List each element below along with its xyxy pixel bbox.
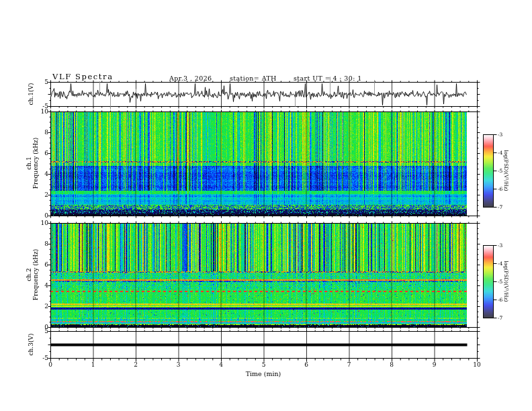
x-tick-label: 0 — [48, 361, 52, 368]
x-tick-label: 6 — [304, 361, 308, 368]
colorbar2-axis-label: log(PSD)(V²/Hz) — [502, 261, 509, 302]
x-tick-label: 3 — [177, 361, 181, 368]
x-tick-label: 8 — [390, 361, 394, 368]
ch1-frequency-axis-label: ch.1 Frequency (kHz) — [26, 138, 39, 189]
spec2-y-tick-label: 8 — [34, 240, 48, 247]
spec1-y-tick-label: 8 — [34, 129, 48, 136]
axes-frame-canvas — [0, 0, 532, 411]
ch3-voltage-axis-label: ch.3(V) — [28, 334, 34, 356]
spec2-y-tick-label: 2 — [34, 303, 48, 310]
colorbar2-tick-label: -5 — [498, 279, 502, 285]
spec1-y-tick-label: 2 — [34, 191, 48, 198]
ch3-wave-y-tick-label: 5 — [34, 328, 48, 334]
colorbar2-tick-label: -3 — [498, 242, 502, 249]
ch1-axis-line2: Frequency (kHz) — [32, 138, 39, 189]
colorbar1-tick-label: -5 — [498, 168, 502, 175]
x-tick-label: 2 — [134, 361, 138, 368]
colorbar2-tick-label: -6 — [498, 297, 502, 304]
date-label: Apr.3 , 2026 — [169, 75, 212, 82]
x-tick-label: 10 — [473, 361, 480, 368]
spec2-y-tick-label: 6 — [34, 261, 48, 268]
vlf-spectra-figure: VLF Spectra Apr.3 , 2026 station= ATH st… — [0, 0, 532, 411]
spec1-y-tick-label: 0 — [34, 212, 48, 219]
x-tick-label: 4 — [219, 361, 223, 368]
colorbar2-tick-label: -7 — [498, 315, 502, 322]
x-tick-label: 7 — [347, 361, 351, 368]
x-tick-label: 1 — [91, 361, 95, 368]
spec2-y-tick-label: 4 — [34, 282, 48, 289]
spec1-y-tick-label: 4 — [34, 171, 48, 177]
colorbar2-tick-label: -4 — [498, 261, 502, 267]
start-ut-label: start UT = 4 : 30: 1 — [294, 75, 362, 82]
colorbar1-axis-label: log(PSD)(V²/Hz) — [502, 150, 509, 191]
ch1-wave-y-tick-label: -5 — [34, 103, 48, 109]
colorbar1-tick-label: -6 — [498, 186, 502, 193]
ch2-axis-line2: Frequency (kHz) — [32, 249, 39, 301]
time-axis-label: Time (min) — [246, 371, 281, 377]
spec2-y-tick-label: 10 — [34, 220, 48, 226]
colorbar1-tick-label: -7 — [498, 204, 502, 211]
ch1-wave-y-tick-label: 5 — [34, 79, 48, 85]
ch3-wave-y-tick-label: -5 — [34, 355, 48, 361]
x-tick-label: 5 — [262, 361, 266, 368]
ch2-axis-line1: ch.2 — [26, 249, 32, 301]
figure-title: VLF Spectra — [52, 73, 114, 80]
ch1-axis-line1: ch.1 — [26, 138, 32, 189]
ch1-voltage-axis-label: ch.1(V) — [28, 83, 34, 105]
x-tick-label: 9 — [433, 361, 437, 368]
station-label: station= ATH — [230, 75, 277, 82]
ch2-frequency-axis-label: ch.2 Frequency (kHz) — [26, 249, 39, 301]
colorbar1-tick-label: -4 — [498, 150, 502, 156]
spec1-y-tick-label: 6 — [34, 150, 48, 156]
colorbar1-tick-label: -3 — [498, 132, 502, 138]
